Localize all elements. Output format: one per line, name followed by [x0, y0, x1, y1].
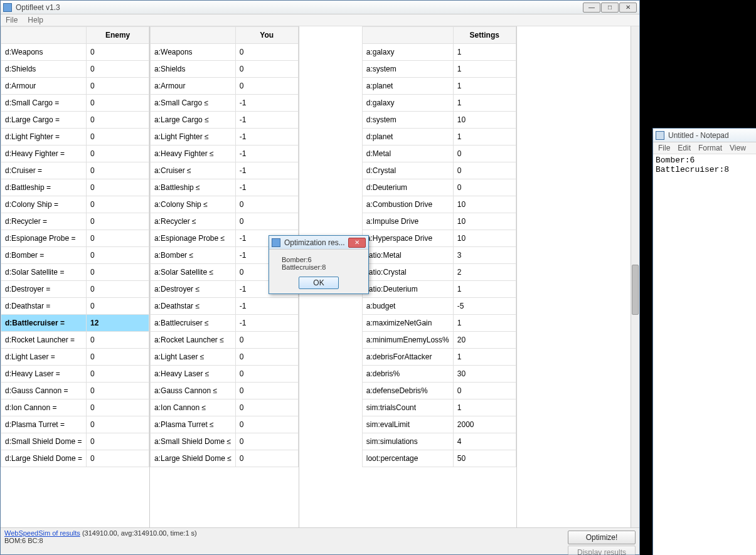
settings-label[interactable]: loot:percentage [362, 450, 453, 467]
settings-row[interactable]: ratio:Deuterium1 [362, 281, 516, 298]
menu-help[interactable]: Help [28, 16, 43, 24]
you-label[interactable]: a:Solar Satellite ≤ [151, 264, 236, 281]
you-row[interactable]: a:Small Cargo ≤-1 [151, 95, 299, 112]
settings-label[interactable]: d:Deuterium [362, 179, 453, 196]
you-label[interactable]: a:Small Shield Dome ≤ [151, 433, 236, 450]
you-header[interactable]: You [235, 27, 298, 44]
settings-row[interactable]: sim:trialsCount1 [362, 399, 516, 416]
enemy-value[interactable]: 0 [87, 349, 149, 366]
settings-label[interactable]: sim:evalLimit [362, 416, 453, 433]
you-row[interactable]: a:Recycler ≤0 [151, 213, 299, 230]
you-col-label[interactable] [151, 27, 236, 44]
enemy-label[interactable]: d:Small Shield Dome = [1, 433, 87, 450]
you-value[interactable]: 0 [235, 78, 298, 95]
enemy-row[interactable]: d:Armour0 [1, 78, 149, 95]
you-label[interactable]: a:Large Shield Dome ≤ [151, 450, 236, 467]
settings-label[interactable]: a:defenseDebris% [362, 383, 453, 399]
enemy-label[interactable]: d:Gauss Cannon = [1, 383, 87, 399]
settings-value[interactable]: 4 [453, 433, 516, 450]
you-row[interactable]: a:Large Shield Dome ≤0 [151, 450, 299, 467]
enemy-label[interactable]: d:Bomber = [1, 247, 87, 264]
settings-row[interactable]: a:Impulse Drive10 [362, 213, 516, 230]
enemy-label[interactable]: d:Large Cargo = [1, 112, 87, 129]
enemy-value[interactable]: 0 [87, 416, 149, 433]
settings-row[interactable]: d:Metal0 [362, 145, 516, 162]
you-row[interactable]: a:Deathstar ≤-1 [151, 298, 299, 315]
settings-col-label[interactable] [362, 27, 453, 44]
you-value[interactable]: 0 [235, 332, 298, 349]
enemy-value[interactable]: 12 [87, 315, 149, 332]
enemy-row[interactable]: d:Large Cargo =0 [1, 112, 149, 129]
settings-row[interactable]: d:galaxy1 [362, 95, 516, 112]
settings-label[interactable]: a:Combustion Drive [362, 196, 453, 213]
you-value[interactable]: 0 [235, 399, 298, 416]
you-row[interactable]: a:Battleship ≤-1 [151, 179, 299, 196]
you-label[interactable]: a:Deathstar ≤ [151, 298, 236, 315]
enemy-value[interactable]: 0 [87, 332, 149, 349]
settings-value[interactable]: 10 [453, 230, 516, 247]
settings-row[interactable]: a:system1 [362, 61, 516, 78]
settings-value[interactable]: 1 [453, 95, 516, 112]
enemy-label[interactable]: d:Recycler = [1, 213, 87, 230]
enemy-label[interactable]: d:Small Cargo = [1, 95, 87, 112]
enemy-row[interactable]: d:Deathstar =0 [1, 298, 149, 315]
you-label[interactable]: a:Light Fighter ≤ [151, 129, 236, 145]
you-value[interactable]: -1 [235, 112, 298, 129]
settings-value[interactable]: 30 [453, 366, 516, 383]
you-row[interactable]: a:Ion Cannon ≤0 [151, 399, 299, 416]
enemy-value[interactable]: 0 [87, 179, 149, 196]
enemy-row[interactable]: d:Small Shield Dome =0 [1, 433, 149, 450]
settings-value[interactable]: 1 [453, 61, 516, 78]
settings-row[interactable]: loot:percentage50 [362, 450, 516, 467]
enemy-label[interactable]: d:Shields [1, 61, 87, 78]
settings-row[interactable]: d:system10 [362, 112, 516, 129]
enemy-label[interactable]: d:Battlecruiser = [1, 315, 87, 332]
settings-label[interactable]: d:galaxy [362, 95, 453, 112]
you-label[interactable]: a:Battleship ≤ [151, 179, 236, 196]
enemy-value[interactable]: 0 [87, 162, 149, 179]
enemy-value[interactable]: 0 [87, 399, 149, 416]
you-label[interactable]: a:Heavy Laser ≤ [151, 366, 236, 383]
you-label[interactable]: a:Shields [151, 61, 236, 78]
settings-header[interactable]: Settings [453, 27, 516, 44]
you-row[interactable]: a:Shields0 [151, 61, 299, 78]
you-value[interactable]: -1 [235, 162, 298, 179]
settings-value[interactable]: 1 [453, 315, 516, 332]
settings-row[interactable]: a:Hyperspace Drive10 [362, 230, 516, 247]
enemy-value[interactable]: 0 [87, 450, 149, 467]
you-row[interactable]: a:Rocket Launcher ≤0 [151, 332, 299, 349]
settings-value[interactable]: 2000 [453, 416, 516, 433]
settings-row[interactable]: a:defenseDebris%0 [362, 383, 516, 399]
notepad-menu-view[interactable]: View [730, 144, 746, 152]
you-label[interactable]: a:Colony Ship ≤ [151, 196, 236, 213]
enemy-value[interactable]: 0 [87, 298, 149, 315]
enemy-value[interactable]: 0 [87, 383, 149, 399]
scroll-thumb[interactable] [632, 265, 639, 315]
settings-label[interactable]: a:Hyperspace Drive [362, 230, 453, 247]
you-value[interactable]: 0 [235, 416, 298, 433]
settings-row[interactable]: sim:evalLimit2000 [362, 416, 516, 433]
settings-row[interactable]: a:Combustion Drive10 [362, 196, 516, 213]
settings-label[interactable]: a:minimumEnemyLoss% [362, 332, 453, 349]
settings-label[interactable]: d:Crystal [362, 162, 453, 179]
settings-label[interactable]: a:system [362, 61, 453, 78]
settings-label[interactable]: a:galaxy [362, 44, 453, 61]
enemy-value[interactable]: 0 [87, 264, 149, 281]
enemy-row[interactable]: d:Espionage Probe =0 [1, 230, 149, 247]
enemy-label[interactable]: d:Armour [1, 78, 87, 95]
enemy-label[interactable]: d:Solar Satellite = [1, 264, 87, 281]
titlebar[interactable]: Optifleet v1.3 — □ ✕ [1, 1, 639, 14]
enemy-value[interactable]: 0 [87, 213, 149, 230]
settings-row[interactable]: ratio:Crystal2 [362, 264, 516, 281]
enemy-row[interactable]: d:Small Cargo =0 [1, 95, 149, 112]
settings-row[interactable]: d:Deuterium0 [362, 179, 516, 196]
settings-label[interactable]: a:Impulse Drive [362, 213, 453, 230]
you-value[interactable]: 0 [235, 366, 298, 383]
enemy-row[interactable]: d:Light Laser =0 [1, 349, 149, 366]
optimize-button[interactable]: Optimize! [568, 531, 636, 544]
settings-label[interactable]: a:planet [362, 78, 453, 95]
enemy-row[interactable]: d:Solar Satellite =0 [1, 264, 149, 281]
you-label[interactable]: a:Ion Cannon ≤ [151, 399, 236, 416]
enemy-row[interactable]: d:Heavy Laser =0 [1, 366, 149, 383]
you-value[interactable]: -1 [235, 315, 298, 332]
